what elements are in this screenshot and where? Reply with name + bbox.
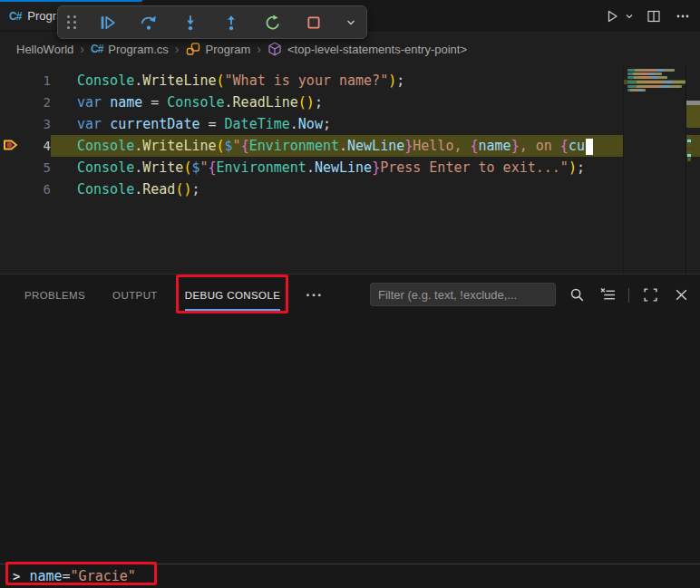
run-dropdown-chevron-icon[interactable] <box>624 6 635 26</box>
code-token: " <box>199 159 208 176</box>
minimap[interactable] <box>623 65 686 274</box>
maximize-panel-icon[interactable] <box>640 285 660 305</box>
run-button[interactable] <box>602 6 622 26</box>
step-over-button[interactable] <box>138 12 160 34</box>
code-token: "Gracie" <box>71 568 136 584</box>
breakpoint-gutter[interactable] <box>0 92 24 113</box>
minimap-line <box>627 72 662 75</box>
line-number: 5 <box>24 157 51 178</box>
step-into-button[interactable] <box>180 12 201 34</box>
panel-header: PROBLEMS OUTPUT DEBUG CONSOLE ··· <box>0 275 700 315</box>
line-number: 4 <box>24 135 51 157</box>
code-token: WriteLine <box>142 72 216 89</box>
bottom-panel: PROBLEMS OUTPUT DEBUG CONSOLE ··· Visual… <box>0 274 700 588</box>
tab-problems[interactable]: PROBLEMS <box>24 275 85 315</box>
tab-output[interactable]: OUTPUT <box>112 275 158 315</box>
code-token: ( <box>217 138 225 154</box>
panel-more-tabs-icon[interactable]: ··· <box>306 287 323 304</box>
code-text: var currentDate = DateTime.Now; <box>51 113 700 135</box>
debug-input-row[interactable]: > name="Gracie" <box>0 564 700 588</box>
code-text: var name = Console.ReadLine(); <box>51 92 700 113</box>
chevron-separator-icon: › <box>80 42 84 56</box>
breakpoint-gutter[interactable] <box>0 113 24 135</box>
breadcrumb-item-program-cs[interactable]: Program.cs <box>108 43 168 56</box>
method-cube-icon <box>267 42 282 56</box>
code-editor[interactable]: 1Console.WriteLine("What is your name?")… <box>0 65 700 274</box>
code-token: ) <box>569 159 577 176</box>
code-token: name <box>29 568 62 584</box>
code-token: () <box>175 181 191 198</box>
code-token: WriteLine <box>142 138 216 154</box>
breakpoint-gutter[interactable] <box>0 157 24 178</box>
breadcrumb-item-entry-point[interactable]: <top-level-statements-entry-point> <box>287 43 467 56</box>
breadcrumb-item-program[interactable]: Program <box>206 43 251 56</box>
breakpoint-gutter[interactable] <box>0 178 24 200</box>
code-token: = <box>63 568 71 584</box>
code-token: { <box>241 138 249 154</box>
code-token: Read <box>142 181 175 198</box>
code-token: = <box>142 94 167 111</box>
code-token: var <box>77 116 102 132</box>
continue-button[interactable] <box>97 12 119 34</box>
code-token: } <box>404 138 413 154</box>
code-token: Console <box>77 72 134 89</box>
input-prompt-chevron-icon: > <box>13 569 20 583</box>
code-token: ; <box>577 159 585 176</box>
tab-debug-console[interactable]: DEBUG CONSOLE <box>185 275 281 315</box>
chevron-separator-icon: › <box>257 42 261 56</box>
code-token: ReadLine <box>233 94 298 111</box>
drag-handle-icon[interactable] <box>67 15 77 29</box>
search-icon[interactable] <box>567 285 587 305</box>
code-token: Press Enter to exit... <box>380 159 560 176</box>
code-token: . <box>134 138 142 154</box>
code-text: Console.WriteLine("What is your name?"); <box>51 70 700 92</box>
editor-actions <box>602 0 693 32</box>
ruler-marker <box>687 150 691 161</box>
code-token: Console <box>77 159 134 176</box>
code-lines: 1Console.WriteLine("What is your name?")… <box>0 70 700 200</box>
debug-input-text[interactable]: name="Gracie" <box>29 568 135 584</box>
split-editor-icon[interactable] <box>644 6 664 26</box>
code-token: "What is your name?" <box>225 72 389 89</box>
close-panel-icon[interactable] <box>671 285 691 305</box>
step-out-button[interactable] <box>220 12 242 34</box>
code-token <box>102 116 110 132</box>
code-line[interactable]: 5Console.Write($"{Environment.NewLine}Pr… <box>0 157 700 178</box>
code-text: Console.Read(); <box>51 178 700 200</box>
code-line[interactable]: 1Console.WriteLine("What is your name?")… <box>0 70 700 92</box>
minimap-line <box>627 85 682 88</box>
stop-button[interactable] <box>303 12 325 34</box>
debug-current-line-breakpoint-icon[interactable] <box>3 138 19 156</box>
minimap-line <box>627 76 667 79</box>
line-number: 3 <box>24 113 51 135</box>
code-token: . <box>290 116 298 132</box>
code-token: { <box>209 159 217 176</box>
breakpoint-gutter[interactable] <box>0 70 24 92</box>
breadcrumb-item-helloworld[interactable]: HelloWorld <box>16 43 73 56</box>
code-token: Environment <box>217 159 306 176</box>
divider <box>628 288 629 303</box>
code-token: Hello, <box>413 138 470 154</box>
code-line[interactable]: 2var name = Console.ReadLine(); <box>0 92 700 113</box>
code-token: DateTime <box>225 116 290 132</box>
code-text: Console.WriteLine($"{Environment.NewLine… <box>51 135 700 157</box>
code-token: () <box>298 94 315 111</box>
debug-dropdown-chevron-icon[interactable] <box>345 12 357 34</box>
console-filter-input[interactable] <box>370 283 556 306</box>
code-line[interactable]: 6Console.Read(); <box>0 178 700 200</box>
code-token: . <box>134 181 142 198</box>
code-token: } <box>511 138 520 154</box>
code-line[interactable]: 4Console.WriteLine($"{Environment.NewLin… <box>0 135 700 157</box>
code-token <box>102 94 110 111</box>
overview-ruler[interactable] <box>685 65 700 274</box>
code-line[interactable]: 3var currentDate = DateTime.Now; <box>0 113 700 135</box>
minimap-line <box>627 89 646 92</box>
more-actions-icon[interactable] <box>673 6 693 26</box>
code-token: name <box>110 94 142 111</box>
restart-button[interactable] <box>262 12 284 34</box>
code-token: ( <box>217 72 225 89</box>
code-token: { <box>471 138 479 154</box>
clear-console-icon[interactable] <box>598 285 617 305</box>
current-line-marker <box>686 105 700 128</box>
debug-toolbar <box>57 5 367 39</box>
